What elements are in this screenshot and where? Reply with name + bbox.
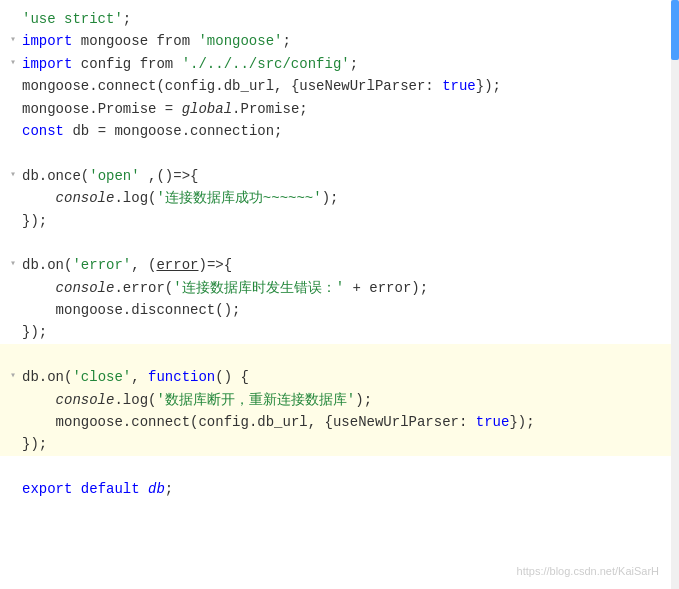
token-c-punctuation: . [39, 257, 47, 273]
code-line [0, 142, 679, 164]
token-c-punctuation: . [123, 414, 131, 430]
token-c-var: error [369, 280, 411, 296]
token-c-var: db [72, 123, 89, 139]
token-c-punctuation: ); [322, 190, 339, 206]
code-content: console.log('数据库断开，重新连接数据库'); [20, 389, 671, 411]
fold-gutter[interactable]: ▾ [6, 32, 20, 48]
code-line: }); [0, 433, 679, 455]
fold-gutter[interactable]: ▾ [6, 167, 20, 183]
token-c-var: db_url [257, 414, 307, 430]
code-content: export default db; [20, 478, 671, 500]
token-c-var: mongoose [22, 302, 123, 318]
token-c-console: console [56, 280, 115, 296]
token-c-string: 'open' [89, 168, 139, 184]
token-c-punctuation: . [123, 302, 131, 318]
token-c-var: config [72, 56, 139, 72]
token-c-punctuation: (); [215, 302, 240, 318]
token-c-punctuation: ; [282, 33, 290, 49]
token-c-var: Promise [98, 101, 157, 117]
token-c-var: on [47, 257, 64, 273]
token-c-punctuation: . [182, 123, 190, 139]
token-c-punctuation: ( [81, 168, 89, 184]
token-c-punctuation: = [156, 101, 181, 117]
token-c-punctuation: ; [350, 56, 358, 72]
code-line: 'use strict'; [0, 8, 679, 30]
token-c-var: db [22, 369, 39, 385]
token-c-punctuation: , { [274, 78, 299, 94]
fold-icon[interactable]: ▾ [10, 167, 16, 183]
scrollbar-thumb[interactable] [671, 0, 679, 60]
code-content: }); [20, 433, 671, 455]
token-c-string: 'error' [72, 257, 131, 273]
token-c-var: log [123, 190, 148, 206]
token-c-keyword: const [22, 123, 64, 139]
token-c-export: export [22, 481, 72, 497]
token-c-punctuation: . [215, 78, 223, 94]
code-content: mongoose.Promise = global.Promise; [20, 98, 671, 120]
fold-icon[interactable]: ▾ [10, 368, 16, 384]
code-content: import config from './../../src/config'; [20, 53, 671, 75]
code-content [20, 142, 671, 164]
code-line: console.error('连接数据库时发生错误：' + error); [0, 277, 679, 299]
token-c-string: '连接数据库成功~~~~~~' [156, 190, 321, 206]
code-line: mongoose.disconnect(); [0, 299, 679, 321]
token-c-punctuation: }); [476, 78, 501, 94]
token-c-punctuation: ( [165, 280, 173, 296]
token-c-var: db [22, 257, 39, 273]
code-content: mongoose.connect(config.db_url, {useNewU… [20, 411, 671, 433]
code-content: 'use strict'; [20, 8, 671, 30]
token-c-var: config [165, 78, 215, 94]
token-c-punctuation: ; [165, 481, 173, 497]
watermark: https://blog.csdn.net/KaiSarH [517, 563, 659, 581]
scrollbar[interactable] [671, 0, 679, 589]
token-c-var: on [47, 369, 64, 385]
code-content: db.on('close', function() { [20, 366, 671, 388]
token-c-punctuation [140, 481, 148, 497]
token-c-punctuation: ,()=>{ [140, 168, 199, 184]
token-c-string: 'close' [72, 369, 131, 385]
token-c-punctuation: ); [411, 280, 428, 296]
code-line: console.log('连接数据库成功~~~~~~'); [0, 187, 679, 209]
token-c-punctuation: . [39, 369, 47, 385]
token-c-var [173, 56, 181, 72]
code-line: mongoose.connect(config.db_url, {useNewU… [0, 411, 679, 433]
token-c-var: mongoose [22, 78, 89, 94]
code-content: mongoose.connect(config.db_url, {useNewU… [20, 75, 671, 97]
token-c-punctuation: ; [274, 123, 282, 139]
fold-gutter[interactable]: ▾ [6, 55, 20, 71]
code-content: console.error('连接数据库时发生错误：' + error); [20, 277, 671, 299]
code-content: }); [20, 210, 671, 232]
token-c-var: mongoose [22, 101, 89, 117]
fold-gutter[interactable]: ▾ [6, 256, 20, 272]
code-line: mongoose.Promise = global.Promise; [0, 98, 679, 120]
token-c-var: mongoose [114, 123, 181, 139]
code-line: mongoose.connect(config.db_url, {useNewU… [0, 75, 679, 97]
code-line: console.log('数据库断开，重新连接数据库'); [0, 389, 679, 411]
token-c-var [22, 190, 56, 206]
fold-gutter[interactable]: ▾ [6, 368, 20, 384]
code-content: console.log('连接数据库成功~~~~~~'); [20, 187, 671, 209]
fold-icon[interactable]: ▾ [10, 256, 16, 272]
token-c-punctuation: . [89, 78, 97, 94]
token-c-var: config [198, 414, 248, 430]
token-c-punctuation: }); [22, 324, 47, 340]
fold-icon[interactable]: ▾ [10, 55, 16, 71]
token-c-var: useNewUrlParser [333, 414, 459, 430]
token-c-console: console [56, 392, 115, 408]
fold-icon[interactable]: ▾ [10, 32, 16, 48]
token-c-punctuation: , [131, 369, 148, 385]
code-content: }); [20, 321, 671, 343]
token-c-var: connect [98, 78, 157, 94]
token-c-punctuation: }); [509, 414, 534, 430]
code-line: const db = mongoose.connection; [0, 120, 679, 142]
token-c-var: from [156, 33, 190, 49]
token-c-punctuation: . [114, 392, 122, 408]
token-c-error-param: error [156, 257, 198, 273]
token-c-var: mongoose [72, 33, 156, 49]
token-c-punctuation: }); [22, 213, 47, 229]
token-c-var: from [140, 56, 174, 72]
code-content: mongoose.disconnect(); [20, 299, 671, 321]
token-c-var: connect [131, 414, 190, 430]
token-c-punctuation: ); [355, 392, 372, 408]
code-content: db.on('error', (error)=>{ [20, 254, 671, 276]
